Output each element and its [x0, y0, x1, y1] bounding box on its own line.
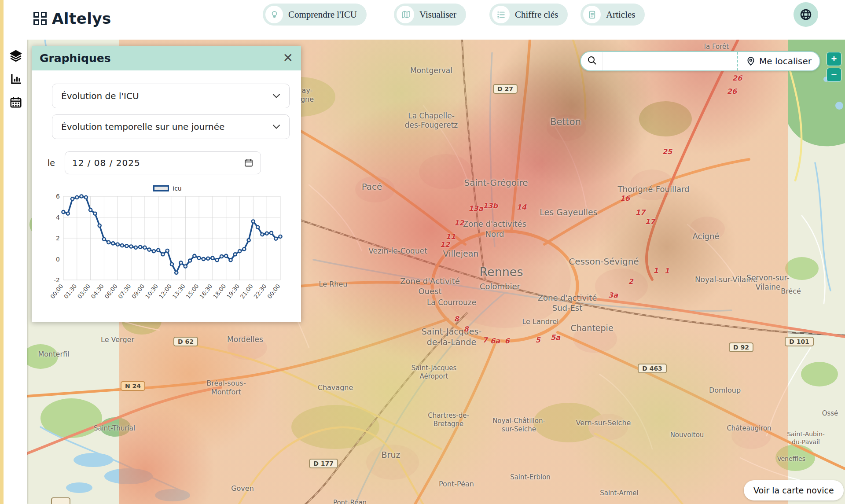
svg-text:2: 2	[56, 235, 60, 242]
map-town-label: Châteaugiron	[727, 424, 771, 433]
svg-text:16:30: 16:30	[198, 283, 213, 300]
view-dropdown[interactable]: Évolution temporelle sur une journée	[52, 114, 290, 139]
motorway-exit-number: 14	[517, 203, 526, 211]
app-header: Altelys Comprendre l'ICU Visualiser Chif…	[0, 0, 845, 40]
globe-icon	[798, 7, 813, 22]
logo-text: Altelys	[52, 10, 111, 27]
search-input[interactable]	[602, 52, 737, 70]
road-shield: D 27	[493, 84, 518, 94]
map-town-label: Montgerval	[410, 66, 452, 75]
map-town-label: Rennes	[479, 265, 523, 280]
map-town-label: Betton	[550, 116, 581, 128]
panel-title: Graphiques	[40, 52, 111, 65]
page-edge-stripe	[0, 0, 4, 504]
search-icon	[587, 55, 597, 67]
chart-legend: icu	[48, 185, 287, 192]
chevron-down-icon	[272, 93, 280, 99]
road-shield: N 24	[121, 381, 145, 391]
bar-chart-icon[interactable]	[9, 73, 22, 86]
map-town-label: Villejean	[443, 249, 479, 259]
nav-comprendre-icu[interactable]: Comprendre l'ICU	[263, 4, 367, 26]
map-town-label: Chavagne	[318, 383, 353, 392]
motorway-exit-number: 26	[727, 87, 737, 96]
map-town-label: Saint-Erblon	[510, 473, 551, 482]
motorway-exit-number: 26	[732, 74, 742, 82]
close-icon[interactable]: ✕	[283, 52, 293, 64]
map-town-label: Cesson-Sévigné	[569, 256, 639, 267]
novice-map-button[interactable]: Voir la carte novice	[744, 480, 844, 500]
motorway-exit-number: 8	[454, 315, 459, 323]
map-town-label: Mordelles	[227, 335, 263, 344]
road-shield: D 92	[729, 342, 753, 352]
svg-text:19:30: 19:30	[225, 283, 241, 300]
svg-text:15:00: 15:00	[185, 283, 200, 300]
nav-visualiser[interactable]: Visualiser	[394, 4, 466, 26]
nav-label: Visualiser	[419, 9, 456, 20]
map-town-label: Bruz	[382, 450, 400, 460]
motorway-exit-number: 12	[454, 219, 464, 227]
layers-icon[interactable]	[9, 49, 22, 63]
road-shield: D 101	[785, 337, 814, 346]
date-input[interactable]: 12 / 08 / 2025	[65, 151, 261, 174]
map-town-label: Colombier	[480, 282, 520, 292]
svg-text:4: 4	[56, 214, 60, 221]
map-town-label: Acigné	[693, 232, 720, 242]
icu-chart: icu -2024600:0001:3003:0004:3006:0007:30…	[48, 185, 287, 317]
motorway-exit-number: 13a	[468, 204, 483, 213]
motorway-exit-number: 16	[620, 194, 630, 202]
legend-label: icu	[173, 185, 181, 192]
nav-articles[interactable]: Articles	[580, 4, 645, 26]
map-icon	[397, 6, 414, 23]
map-town-label: Pacé	[362, 181, 382, 192]
svg-text:6: 6	[56, 193, 60, 200]
map-town-label: Noyal-Châtillon- sur-Seiche	[492, 417, 545, 434]
article-icon	[583, 6, 601, 23]
map-town-label: Vezin-le-Coquet	[368, 246, 427, 256]
motorway-exit-number: 17	[645, 217, 655, 226]
map-town-label: Saint-Armel	[600, 489, 639, 497]
graph-panel-header: Graphiques ✕	[32, 46, 301, 70]
nav-label: Comprendre l'ICU	[288, 9, 357, 20]
zoom-out-button[interactable]: −	[827, 68, 841, 82]
motorway-exit-number: 3a	[608, 291, 618, 299]
svg-text:10:30: 10:30	[144, 283, 159, 300]
svg-text:06:00: 06:00	[103, 283, 119, 300]
calendar-picker-icon	[244, 158, 254, 168]
motorway-exit-number: 12	[440, 240, 450, 249]
svg-text:00:00: 00:00	[266, 283, 281, 300]
map-town-label: Domloup	[709, 386, 741, 395]
map-town-label: La Chapelle- des-Fougeretz	[405, 111, 458, 130]
map-town-label: Chartres-de- Bretagne	[428, 412, 469, 428]
calendar-icon[interactable]	[9, 96, 22, 109]
motorway-exit-number: 8	[463, 325, 468, 333]
map-town-label: Monterfil	[38, 350, 70, 359]
map-town-label: Zone d'Activité Ouest	[400, 276, 460, 296]
motorway-exit-number: 6	[504, 337, 509, 345]
chevron-down-icon	[272, 124, 280, 129]
motorway-exit-number: 25	[662, 147, 672, 156]
map-town-label: Pont-Réan	[333, 499, 367, 504]
locate-me-button[interactable]: Me localiser	[737, 52, 819, 70]
map-town-label: Zone d'activités Nord	[463, 219, 526, 239]
nav-label: Chiffre clés	[515, 9, 558, 20]
motorway-exit-number: 2	[628, 277, 633, 286]
road-shield	[51, 497, 70, 504]
view-dropdown-value: Évolution temporelle sur une journée	[61, 121, 224, 132]
svg-text:22:30: 22:30	[253, 283, 268, 300]
map-town-label: la Forêt	[704, 43, 729, 51]
svg-text:07:30: 07:30	[117, 283, 132, 300]
svg-text:03:00: 03:00	[76, 283, 92, 300]
motorway-exit-number: 1	[664, 267, 669, 275]
map-town-label: Le Verger	[101, 335, 134, 344]
nav-chiffre-cles[interactable]: Chiffre clés	[489, 4, 568, 26]
metric-dropdown[interactable]: Évolution de l'ICU	[52, 84, 290, 108]
logo-grid-icon	[33, 12, 47, 25]
svg-text:-2: -2	[54, 276, 60, 283]
language-globe-button[interactable]	[794, 2, 818, 27]
map-town-label: Vern-sur-Seiche	[576, 419, 631, 427]
map-town-label: Nouvoitou	[670, 431, 704, 439]
zoom-in-button[interactable]: +	[827, 52, 841, 66]
motorway-exit-number: 11	[446, 232, 456, 241]
chart-svg: -2024600:0001:3003:0004:3006:0007:3009:0…	[48, 193, 287, 315]
map-town-label: Le Rheu	[319, 280, 348, 289]
